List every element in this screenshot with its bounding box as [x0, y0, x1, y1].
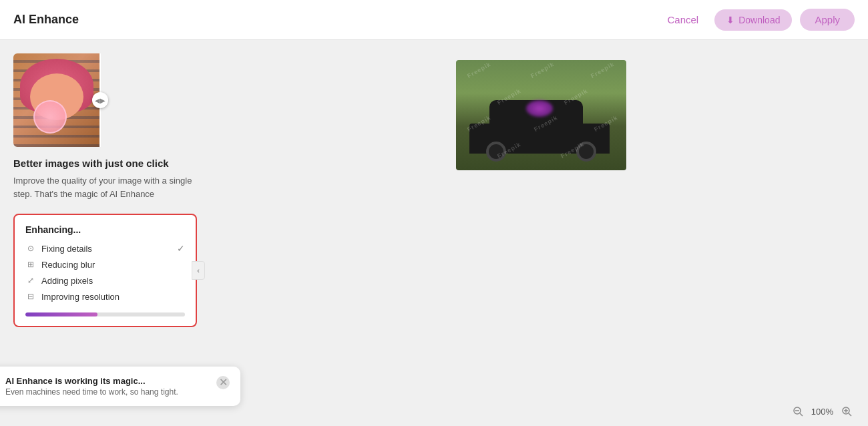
- preview-description: Improve the quality of your image with a…: [13, 174, 200, 200]
- list-item: ⊙ Fixing details ✓: [25, 243, 185, 254]
- progress-bar-fill: [25, 312, 97, 316]
- preview-image: ◀▶: [13, 53, 187, 147]
- list-item: ⤢ Adding pixels: [25, 275, 185, 286]
- enhancing-panel: Enhancing... ⊙ Fixing details ✓ ⊞ Reduci…: [13, 214, 197, 327]
- cancel-button[interactable]: Cancel: [660, 10, 707, 29]
- split-handle[interactable]: ◀▶: [92, 92, 108, 108]
- toast-notification: i AI Enhance is working its magic... Eve…: [0, 367, 240, 406]
- main-content: ◀▶ Better images with just one click Imp…: [0, 40, 868, 426]
- header-actions: Cancel ⬇ Download Apply: [660, 9, 855, 31]
- step-list: ⊙ Fixing details ✓ ⊞ Reducing blur ⤢: [25, 243, 185, 302]
- left-panel: ◀▶ Better images with just one click Imp…: [0, 40, 214, 426]
- zoom-out-button[interactable]: [790, 403, 806, 419]
- right-panel: Freepik Freepik Freepik Freepik Freepik …: [214, 40, 868, 426]
- zoom-value: 100%: [811, 407, 833, 417]
- zoom-in-button[interactable]: [839, 403, 855, 419]
- preview-before: [13, 53, 100, 147]
- expand-icon: ⤢: [25, 275, 36, 286]
- toast-content: AI Enhance is working its magic... Even …: [5, 376, 210, 397]
- car-image: Freepik Freepik Freepik Freepik Freepik …: [456, 60, 626, 170]
- download-icon: ⬇: [726, 15, 734, 25]
- toast-title: AI Enhance is working its magic...: [5, 376, 210, 386]
- preview-title: Better images with just one click: [13, 158, 200, 169]
- car-background: Freepik Freepik Freepik Freepik Freepik …: [456, 60, 626, 170]
- enhancing-title: Enhancing...: [25, 224, 185, 235]
- list-item: ⊟ Improving resolution: [25, 291, 185, 302]
- svg-line-4: [849, 413, 851, 416]
- grid-icon: ⊞: [25, 259, 36, 270]
- resolution-icon: ⊟: [25, 291, 36, 302]
- zoom-controls: 100%: [790, 403, 855, 419]
- page-title: AI Enhance: [13, 13, 79, 27]
- progress-bar: [25, 312, 185, 316]
- circle-check-icon: ⊙: [25, 243, 36, 254]
- watermark-overlay: Freepik Freepik Freepik Freepik Freepik …: [456, 60, 626, 170]
- checkmark-icon: ✓: [177, 243, 185, 254]
- header: AI Enhance Cancel ⬇ Download Apply: [0, 0, 868, 40]
- download-button[interactable]: ⬇ Download: [714, 9, 792, 31]
- list-item: ⊞ Reducing blur: [25, 259, 185, 270]
- apply-button[interactable]: Apply: [800, 9, 855, 31]
- svg-line-1: [800, 413, 803, 416]
- collapse-panel-button[interactable]: ‹: [192, 261, 205, 280]
- toast-description: Even machines need time to work, so hang…: [5, 387, 210, 397]
